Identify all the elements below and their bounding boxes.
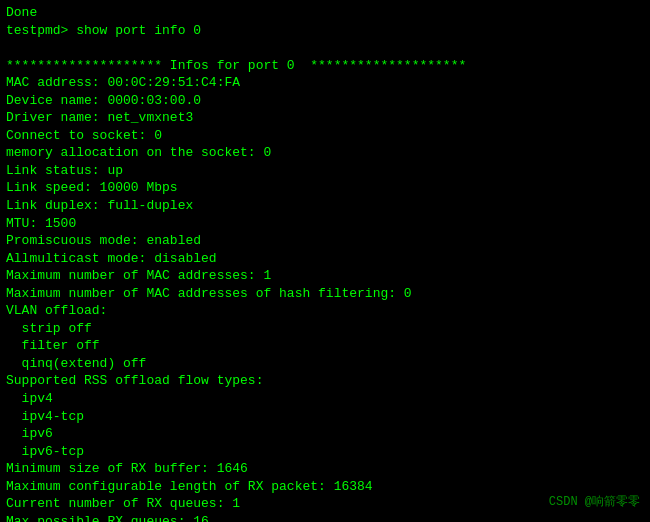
terminal-line: Supported RSS offload flow types: <box>6 372 644 390</box>
terminal-line: Driver name: net_vmxnet3 <box>6 109 644 127</box>
terminal-line: Maximum number of MAC addresses of hash … <box>6 285 644 303</box>
watermark: CSDN @响箭零零 <box>549 493 640 510</box>
terminal-line: Promiscuous mode: enabled <box>6 232 644 250</box>
terminal-line: ******************** Infos for port 0 **… <box>6 57 644 75</box>
terminal-line: memory allocation on the socket: 0 <box>6 144 644 162</box>
terminal-line: Allmulticast mode: disabled <box>6 250 644 268</box>
terminal-line <box>6 39 644 57</box>
terminal-line: qinq(extend) off <box>6 355 644 373</box>
terminal-line: Device name: 0000:03:00.0 <box>6 92 644 110</box>
terminal-line: filter off <box>6 337 644 355</box>
terminal-output: Donetestpmd> show port info 0 **********… <box>0 0 650 522</box>
terminal-line: Maximum number of MAC addresses: 1 <box>6 267 644 285</box>
terminal-line: MAC address: 00:0C:29:51:C4:FA <box>6 74 644 92</box>
terminal-line: ipv6 <box>6 425 644 443</box>
terminal-line: VLAN offload: <box>6 302 644 320</box>
terminal-line: Link speed: 10000 Mbps <box>6 179 644 197</box>
terminal-line: Link duplex: full-duplex <box>6 197 644 215</box>
terminal-line: ipv4 <box>6 390 644 408</box>
terminal-line: Minimum size of RX buffer: 1646 <box>6 460 644 478</box>
terminal-line: Max possible RX queues: 16 <box>6 513 644 522</box>
terminal-line: Link status: up <box>6 162 644 180</box>
terminal-line: Connect to socket: 0 <box>6 127 644 145</box>
terminal-line: testpmd> show port info 0 <box>6 22 644 40</box>
terminal-line: ipv6-tcp <box>6 443 644 461</box>
terminal-line: Done <box>6 4 644 22</box>
terminal-line: strip off <box>6 320 644 338</box>
terminal-line: MTU: 1500 <box>6 215 644 233</box>
terminal-line: ipv4-tcp <box>6 408 644 426</box>
